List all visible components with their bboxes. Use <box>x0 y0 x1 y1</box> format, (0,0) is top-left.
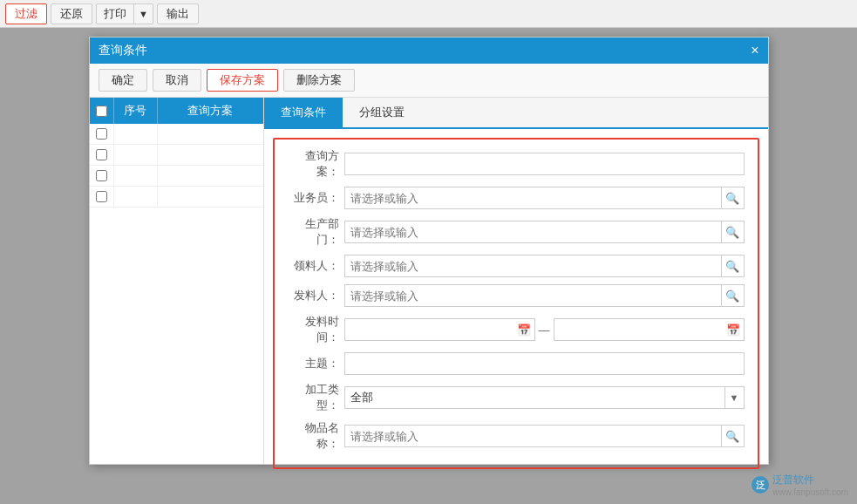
scheme-row <box>90 187 263 208</box>
row-checkbox <box>90 145 114 165</box>
right-panel: 查询条件 分组设置 查询方案： 业务员： 🔍 <box>264 98 768 464</box>
row-seq <box>114 187 158 207</box>
dialog-overlay: 查询条件 × 确定 取消 保存方案 删除方案 序号 查询方案 <box>0 28 857 504</box>
date-end-input[interactable] <box>554 322 723 337</box>
input-receiver[interactable] <box>345 258 721 275</box>
dialog-actions: 确定 取消 保存方案 删除方案 <box>90 64 768 98</box>
scheme-list-rows <box>90 124 263 464</box>
input-receiver-container: 🔍 <box>344 255 745 277</box>
delete-scheme-button[interactable]: 删除方案 <box>283 69 355 92</box>
row-seq <box>114 145 158 165</box>
dialog-title: 查询条件 <box>99 43 147 58</box>
filter-button[interactable]: 过滤 <box>5 3 47 24</box>
scheme-row <box>90 145 263 166</box>
date-end-container: 📅 <box>554 318 745 341</box>
label-scheme: 查询方案： <box>288 148 344 180</box>
select-process-type-value: 全部 <box>345 388 724 407</box>
label-department: 生产部门： <box>288 216 344 248</box>
select-dropdown-arrow-icon[interactable]: ▼ <box>724 387 744 408</box>
date-separator: — <box>539 324 550 337</box>
row-scheme <box>158 166 263 186</box>
dialog-body: 序号 查询方案 <box>90 98 768 464</box>
cancel-button[interactable]: 取消 <box>153 69 201 92</box>
search-dispatcher-button[interactable]: 🔍 <box>721 285 744 306</box>
form-row-dispatch-time: 发料时间： 📅 — 📅 <box>288 314 745 345</box>
print-dropdown-arrow[interactable]: ▼ <box>134 7 153 21</box>
tab-group-settings[interactable]: 分组设置 <box>343 98 421 127</box>
print-main-button[interactable]: 打印 <box>97 4 134 24</box>
watermark-url-text: www.fanpusoft.com <box>772 487 848 497</box>
form-row-scheme: 查询方案： <box>288 148 745 180</box>
row-scheme <box>158 187 263 207</box>
save-scheme-button[interactable]: 保存方案 <box>207 69 278 92</box>
search-salesperson-button[interactable]: 🔍 <box>721 187 744 208</box>
confirm-button[interactable]: 确定 <box>99 69 147 92</box>
search-item-name-button[interactable]: 🔍 <box>721 426 744 446</box>
form-row-process-type: 加工类型： 全部 ▼ <box>288 382 745 413</box>
input-item-name[interactable] <box>345 428 721 445</box>
input-item-name-container: 🔍 <box>344 425 745 447</box>
export-button[interactable]: 输出 <box>157 3 199 24</box>
input-salesperson-container: 🔍 <box>344 187 745 209</box>
query-form: 查询方案： 业务员： 🔍 生产部门： <box>273 138 759 469</box>
header-scheme-col: 查询方案 <box>158 98 263 124</box>
toolbar: 过滤 还原 打印 ▼ 输出 <box>0 0 857 28</box>
input-salesperson[interactable] <box>345 190 721 207</box>
label-dispatcher: 发料人： <box>288 288 344 303</box>
label-item-name: 物品名称： <box>288 420 344 452</box>
input-department[interactable] <box>345 224 721 241</box>
scheme-list: 序号 查询方案 <box>90 98 264 464</box>
scheme-list-header: 序号 查询方案 <box>90 98 263 124</box>
input-dispatcher[interactable] <box>345 288 721 304</box>
label-receiver: 领料人： <box>288 258 344 274</box>
print-button-group: 打印 ▼ <box>96 3 153 24</box>
scheme-row <box>90 124 263 145</box>
select-process-type[interactable]: 全部 ▼ <box>344 386 745 409</box>
calendar-start-icon[interactable]: 📅 <box>514 324 534 337</box>
dialog-header: 查询条件 × <box>90 37 768 64</box>
row-seq <box>114 124 158 144</box>
watermark: 泛 泛普软件 www.fanpusoft.com <box>752 473 848 497</box>
form-row-receiver: 领料人： 🔍 <box>288 255 745 277</box>
row-checkbox <box>90 166 114 186</box>
watermark-brand-text: 泛普软件 <box>772 473 848 487</box>
date-start-input[interactable] <box>345 322 514 337</box>
input-department-container: 🔍 <box>344 221 745 243</box>
form-row-subject: 主题： <box>288 352 745 375</box>
date-range-container: 📅 — 📅 <box>344 318 745 341</box>
restore-button[interactable]: 还原 <box>51 3 92 24</box>
form-row-salesperson: 业务员： 🔍 <box>288 187 745 209</box>
watermark-brand: 泛普软件 www.fanpusoft.com <box>772 473 848 497</box>
label-subject: 主题： <box>288 356 344 371</box>
row-scheme <box>158 145 263 165</box>
input-subject[interactable] <box>344 352 745 375</box>
row-seq <box>114 166 158 186</box>
watermark-logo: 泛 <box>752 476 769 494</box>
row-checkbox <box>90 124 114 144</box>
tabs: 查询条件 分组设置 <box>264 98 768 129</box>
search-receiver-button[interactable]: 🔍 <box>721 255 744 276</box>
date-start-container: 📅 <box>344 318 535 341</box>
input-scheme[interactable] <box>344 153 745 175</box>
query-dialog: 查询条件 × 确定 取消 保存方案 删除方案 序号 查询方案 <box>89 37 769 465</box>
tab-query-conditions[interactable]: 查询条件 <box>264 98 343 127</box>
calendar-end-icon[interactable]: 📅 <box>723 324 744 337</box>
form-row-item-name: 物品名称： 🔍 <box>288 420 745 452</box>
form-row-dispatcher: 发料人： 🔍 <box>288 284 745 307</box>
close-icon[interactable]: × <box>751 43 758 58</box>
header-seq-col: 序号 <box>114 98 158 124</box>
row-checkbox <box>90 187 114 207</box>
scheme-row <box>90 166 263 187</box>
label-process-type: 加工类型： <box>288 382 344 413</box>
label-salesperson: 业务员： <box>288 190 344 206</box>
row-scheme <box>158 124 263 144</box>
input-dispatcher-container: 🔍 <box>344 284 745 307</box>
select-all-checkbox[interactable] <box>96 106 107 117</box>
search-department-button[interactable]: 🔍 <box>721 221 744 242</box>
label-dispatch-time: 发料时间： <box>288 314 344 345</box>
form-row-department: 生产部门： 🔍 <box>288 216 745 248</box>
header-checkbox-col <box>90 98 114 124</box>
